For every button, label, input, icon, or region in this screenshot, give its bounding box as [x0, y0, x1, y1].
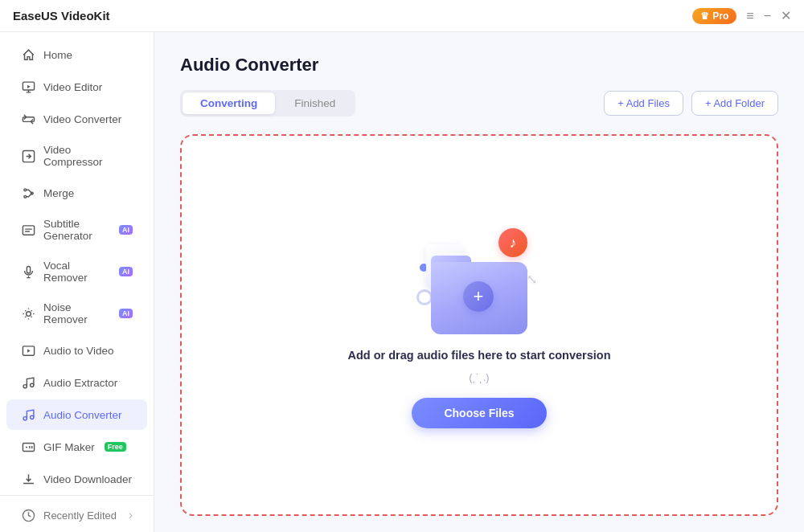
sidebar-label-audio-converter: Audio Converter [43, 409, 122, 421]
ai-badge-subtitle: AI [119, 225, 133, 235]
svg-point-11 [30, 383, 33, 387]
audio-to-video-icon [21, 343, 35, 358]
page-title: Audio Converter [180, 55, 778, 76]
audio-extractor-icon [21, 375, 35, 390]
ai-badge-noise: AI [119, 309, 133, 318]
vocal-remover-icon [21, 264, 35, 279]
sidebar-item-gif-maker[interactable]: GIF Maker Free [6, 432, 147, 462]
svg-point-10 [23, 384, 27, 387]
sidebar-item-subtitle-generator[interactable]: Subtitle Generator AI [6, 210, 147, 250]
minimize-button[interactable]: − [764, 10, 771, 23]
clock-icon [21, 508, 35, 522]
sidebar-label-home: Home [43, 49, 72, 61]
dot-grey [416, 289, 433, 305]
sidebar: Home Video Editor Video Converter Video … [0, 32, 154, 532]
tab-group: Converting Finished [180, 90, 355, 117]
app-name: EaseUS VideoKit [13, 9, 110, 23]
menu-button[interactable]: ≡ [746, 10, 753, 23]
sidebar-item-home[interactable]: Home [6, 39, 147, 70]
sidebar-label-video-compressor: Video Compressor [43, 144, 133, 168]
video-editor-icon [21, 80, 35, 94]
plus-circle: + [463, 281, 494, 312]
window-controls: ♛ Pro ≡ − ✕ [692, 8, 791, 24]
sidebar-label-audio-to-video: Audio to Video [43, 345, 114, 357]
noise-remover-icon [21, 306, 35, 321]
svg-point-12 [23, 416, 27, 419]
sidebar-item-audio-converter[interactable]: Audio Converter [6, 399, 147, 430]
dropzone-primary-text: Add or drag audio files here to start co… [347, 349, 610, 362]
video-compressor-icon [21, 149, 35, 163]
tab-finished[interactable]: Finished [277, 92, 353, 114]
sidebar-bottom: Recently Edited › [0, 495, 154, 531]
sidebar-item-audio-to-video[interactable]: Audio to Video [6, 335, 147, 366]
svg-point-4 [23, 195, 26, 198]
tab-converting[interactable]: Converting [183, 92, 275, 114]
action-buttons: + Add Files + Add Folder [604, 91, 778, 116]
merge-icon [21, 186, 35, 200]
sidebar-item-video-downloader[interactable]: Video Downloader [6, 464, 147, 494]
dropzone-illustration: ⤡ + ♪ [415, 222, 544, 334]
expand-icon: ⤡ [527, 272, 537, 287]
choose-files-button[interactable]: Choose Files [412, 398, 546, 428]
home-icon [21, 47, 35, 62]
close-button[interactable]: ✕ [781, 10, 791, 23]
app-body: Home Video Editor Video Converter Video … [0, 32, 804, 532]
app-logo: EaseUS VideoKit [13, 9, 110, 23]
video-converter-icon [21, 112, 35, 126]
subtitle-icon [21, 223, 35, 237]
sidebar-label-video-editor: Video Editor [43, 81, 102, 93]
dropzone-secondary-text: (˛˙˛.) [469, 371, 489, 383]
free-badge-gif: Free [105, 442, 126, 452]
svg-point-3 [23, 188, 26, 190]
sidebar-label-subtitle-generator: Subtitle Generator [43, 218, 109, 242]
recently-edited[interactable]: Recently Edited › [6, 500, 147, 530]
add-files-button[interactable]: + Add Files [604, 91, 683, 116]
ai-badge-vocal: AI [119, 267, 133, 276]
sidebar-label-vocal-remover: Vocal Remover [43, 260, 109, 284]
pro-badge[interactable]: ♛ Pro [692, 8, 736, 24]
svg-rect-7 [27, 266, 30, 273]
chevron-right-icon: › [129, 508, 133, 522]
sidebar-label-gif-maker: GIF Maker [43, 441, 95, 453]
sidebar-item-video-compressor[interactable]: Video Compressor [6, 136, 147, 176]
audio-converter-icon [21, 407, 35, 422]
sidebar-label-merge: Merge [43, 187, 74, 199]
add-folder-button[interactable]: + Add Folder [691, 91, 778, 116]
svg-rect-6 [23, 225, 34, 234]
recently-edited-label: Recently Edited [43, 509, 117, 522]
svg-point-13 [30, 415, 33, 419]
sidebar-item-audio-extractor[interactable]: Audio Extractor [6, 367, 147, 398]
sidebar-item-video-editor[interactable]: Video Editor [6, 72, 147, 102]
music-note-badge: ♪ [498, 228, 527, 257]
svg-point-8 [26, 311, 31, 316]
sidebar-label-video-downloader: Video Downloader [43, 473, 132, 485]
main-content: Audio Converter Converting Finished + Ad… [154, 32, 804, 532]
gif-maker-icon [21, 440, 35, 454]
sidebar-item-noise-remover[interactable]: Noise Remover AI [6, 293, 147, 334]
sidebar-item-vocal-remover[interactable]: Vocal Remover AI [6, 252, 147, 292]
sidebar-label-video-converter: Video Converter [43, 113, 121, 125]
sidebar-label-audio-extractor: Audio Extractor [43, 377, 117, 389]
sidebar-item-merge[interactable]: Merge [6, 178, 147, 208]
dropzone[interactable]: ⤡ + ♪ Add or drag audio files here to st… [180, 134, 778, 516]
pro-label: Pro [712, 10, 728, 22]
crown-icon: ♛ [700, 10, 709, 22]
titlebar: EaseUS VideoKit ♛ Pro ≡ − ✕ [0, 0, 804, 32]
video-downloader-icon [21, 472, 35, 486]
sidebar-label-noise-remover: Noise Remover [43, 301, 109, 325]
sidebar-item-video-converter[interactable]: Video Converter [6, 104, 147, 134]
tabs-actions-bar: Converting Finished + Add Files + Add Fo… [180, 90, 778, 117]
